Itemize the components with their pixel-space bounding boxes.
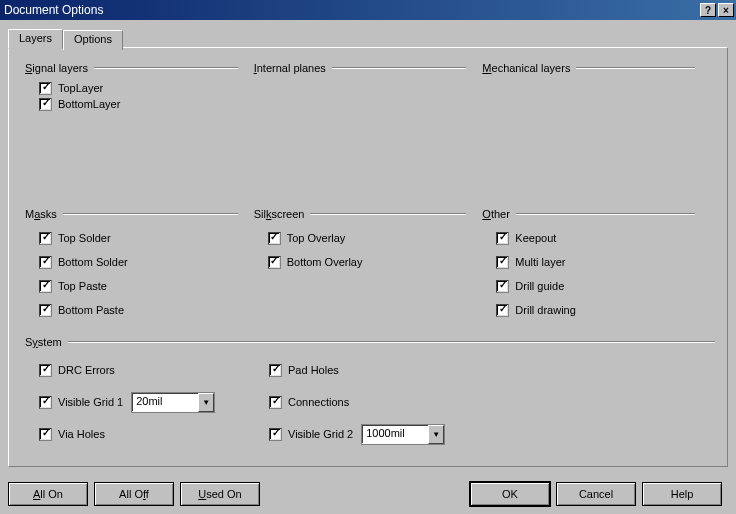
combo-grid-1[interactable]: 20mil ▼: [131, 392, 215, 413]
checkbox-multi-layer[interactable]: [496, 256, 509, 269]
checkbox-bottomlayer[interactable]: [39, 98, 52, 111]
signal-layers-group: Signal layers TopLayer BottomLayer: [25, 62, 254, 112]
checkbox-via-holes[interactable]: [39, 428, 52, 441]
client-area: Layers Options Signal layers TopLayer Bo…: [0, 20, 736, 514]
mechanical-layers-group: Mechanical layers: [482, 62, 711, 112]
top-groups: Signal layers TopLayer BottomLayer Inter…: [25, 62, 711, 112]
label-top-solder: Top Solder: [58, 232, 111, 244]
spacer: [25, 112, 711, 208]
label-visible-grid-2: Visible Grid 2: [288, 428, 353, 440]
chevron-down-icon[interactable]: ▼: [198, 393, 214, 412]
all-on-button[interactable]: All On: [8, 482, 88, 506]
window-title: Document Options: [4, 3, 698, 17]
system-label: System: [25, 336, 715, 348]
help-button-bottom[interactable]: Help: [642, 482, 722, 506]
chevron-down-icon[interactable]: ▼: [428, 425, 444, 444]
tab-options[interactable]: Options: [63, 30, 123, 50]
ok-button[interactable]: OK: [470, 482, 550, 506]
label-top-overlay: Top Overlay: [287, 232, 346, 244]
label-via-holes: Via Holes: [58, 428, 105, 440]
tab-layers[interactable]: Layers: [8, 29, 63, 49]
checkbox-connections[interactable]: [269, 396, 282, 409]
system-group: System DRC Errors Pad Holes Visible Grid…: [25, 336, 711, 450]
label-drill-drawing: Drill drawing: [515, 304, 576, 316]
label-keepout: Keepout: [515, 232, 556, 244]
checkbox-keepout[interactable]: [496, 232, 509, 245]
label-drc-errors: DRC Errors: [58, 364, 115, 376]
checkbox-toplayer[interactable]: [39, 82, 52, 95]
other-group: Other Keepout Multi layer Drill guide Dr…: [482, 208, 711, 322]
label-connections: Connections: [288, 396, 349, 408]
signal-layers-label: Signal layers: [25, 62, 254, 74]
checkbox-bottom-solder[interactable]: [39, 256, 52, 269]
label-visible-grid-1: Visible Grid 1: [58, 396, 123, 408]
label-top-paste: Top Paste: [58, 280, 107, 292]
mechanical-layers-label: Mechanical layers: [482, 62, 711, 74]
titlebar: Document Options ? ×: [0, 0, 736, 20]
label-bottom-overlay: Bottom Overlay: [287, 256, 363, 268]
checkbox-top-solder[interactable]: [39, 232, 52, 245]
combo-grid-2-value: 1000mil: [362, 425, 428, 444]
button-row: All On All Off Used On OK Cancel Help: [8, 482, 728, 506]
checkbox-visible-grid-1[interactable]: [39, 396, 52, 409]
combo-grid-2[interactable]: 1000mil ▼: [361, 424, 445, 445]
checkbox-bottomlayer-row: BottomLayer: [25, 96, 254, 112]
label-multi-layer: Multi layer: [515, 256, 565, 268]
checkbox-visible-grid-2[interactable]: [269, 428, 282, 441]
tab-panel: Signal layers TopLayer BottomLayer Inter…: [8, 47, 728, 467]
checkbox-drill-guide[interactable]: [496, 280, 509, 293]
system-grid: DRC Errors Pad Holes Visible Grid 1 20mi…: [25, 354, 711, 450]
all-off-button[interactable]: All Off: [94, 482, 174, 506]
cancel-button[interactable]: Cancel: [556, 482, 636, 506]
internal-planes-group: Internal planes: [254, 62, 483, 112]
checkbox-toplayer-row: TopLayer: [25, 80, 254, 96]
checkbox-bottom-overlay[interactable]: [268, 256, 281, 269]
label-bottomlayer: BottomLayer: [58, 98, 120, 110]
label-bottom-paste: Bottom Paste: [58, 304, 124, 316]
checkbox-top-overlay[interactable]: [268, 232, 281, 245]
checkbox-bottom-paste[interactable]: [39, 304, 52, 317]
tabstrip: Layers Options: [8, 28, 728, 48]
help-button[interactable]: ?: [700, 3, 716, 17]
label-drill-guide: Drill guide: [515, 280, 564, 292]
checkbox-drill-drawing[interactable]: [496, 304, 509, 317]
checkbox-pad-holes[interactable]: [269, 364, 282, 377]
close-button[interactable]: ×: [718, 3, 734, 17]
masks-group: Masks Top Solder Bottom Solder Top Paste…: [25, 208, 254, 322]
label-bottom-solder: Bottom Solder: [58, 256, 128, 268]
checkbox-top-paste[interactable]: [39, 280, 52, 293]
combo-grid-1-value: 20mil: [132, 393, 198, 412]
mid-groups: Masks Top Solder Bottom Solder Top Paste…: [25, 208, 711, 322]
label-toplayer: TopLayer: [58, 82, 103, 94]
other-label: Other: [482, 208, 711, 220]
silkscreen-group: Silkscreen Top Overlay Bottom Overlay: [254, 208, 483, 322]
internal-planes-label: Internal planes: [254, 62, 483, 74]
checkbox-drc-errors[interactable]: [39, 364, 52, 377]
masks-label: Masks: [25, 208, 254, 220]
label-pad-holes: Pad Holes: [288, 364, 339, 376]
silkscreen-label: Silkscreen: [254, 208, 483, 220]
used-on-button[interactable]: Used On: [180, 482, 260, 506]
